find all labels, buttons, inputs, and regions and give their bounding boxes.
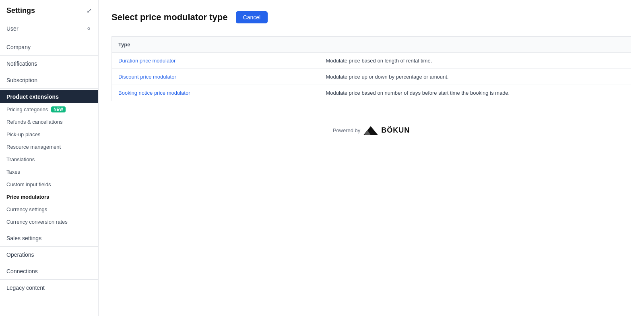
sidebar-item-taxes[interactable]: Taxes — [0, 166, 98, 178]
sidebar-item-custom-input-fields[interactable]: Custom input fields — [0, 178, 98, 191]
divider — [0, 279, 98, 280]
new-badge: NEW — [51, 106, 65, 112]
cancel-button[interactable]: Cancel — [236, 11, 268, 23]
modulator-type-cell: Discount price modulator — [112, 69, 320, 85]
divider — [0, 230, 98, 230]
divider — [0, 88, 98, 89]
main-content: Select price modulator type Cancel Type … — [99, 0, 644, 316]
sidebar-item-notifications[interactable]: Notifications — [0, 57, 98, 70]
pick-up-places-label: Pick-up places — [6, 131, 41, 137]
sidebar-item-user[interactable]: User ⚬ — [0, 20, 98, 37]
page-title: Select price modulator type — [111, 12, 228, 23]
column-header-description — [320, 37, 631, 53]
sidebar-item-connections[interactable]: Connections — [0, 265, 98, 278]
currency-settings-label: Currency settings — [6, 206, 47, 212]
product-extensions-label: Product extensions — [6, 94, 59, 100]
bokun-mountain-icon — [363, 126, 378, 136]
divider — [0, 72, 98, 72]
operations-label: Operations — [6, 252, 34, 258]
table-body: Duration price modulatorModulate price b… — [112, 53, 631, 101]
expand-icon[interactable]: ⤢ — [87, 7, 92, 15]
sidebar-header: Settings ⤢ — [0, 0, 98, 20]
table-row: Duration price modulatorModulate price b… — [112, 53, 631, 69]
modulator-type-link[interactable]: Discount price modulator — [118, 74, 176, 80]
translations-label: Translations — [6, 156, 35, 162]
table-row: Booking notice price modulatorModulate p… — [112, 85, 631, 101]
sidebar-item-price-modulators[interactable]: Price modulators — [0, 191, 98, 203]
modulator-description-cell: Modulate price based on length of rental… — [320, 53, 631, 69]
sidebar-item-subscription[interactable]: Subscription — [0, 74, 98, 87]
sidebar-item-currency-conversion-rates[interactable]: Currency conversion rates — [0, 216, 98, 228]
sidebar-item-pick-up-places[interactable]: Pick-up places — [0, 128, 98, 141]
column-header-type: Type — [112, 37, 320, 53]
connections-label: Connections — [6, 268, 38, 274]
sidebar-item-sales-settings[interactable]: Sales settings — [0, 232, 98, 245]
resource-management-label: Resource management — [6, 144, 61, 150]
modulator-type-cell: Booking notice price modulator — [112, 85, 320, 101]
sidebar-item-operations[interactable]: Operations — [0, 248, 98, 261]
divider — [0, 246, 98, 247]
divider — [0, 39, 98, 39]
user-icon: ⚬ — [86, 24, 92, 33]
table-header-row: Type — [112, 37, 631, 53]
pricing-categories-label: Pricing categories — [6, 106, 48, 112]
sidebar-item-company[interactable]: Company — [0, 41, 98, 54]
taxes-label: Taxes — [6, 169, 20, 175]
sidebar-item-currency-settings[interactable]: Currency settings — [0, 203, 98, 216]
table-row: Discount price modulatorModulate price u… — [112, 69, 631, 85]
custom-input-fields-label: Custom input fields — [6, 181, 51, 187]
sidebar-title: Settings — [6, 6, 35, 15]
divider — [0, 55, 98, 56]
modulator-description-cell: Modulate price up or down by percentage … — [320, 69, 631, 85]
refunds-cancellations-label: Refunds & cancellations — [6, 119, 62, 125]
powered-by-text: Powered by — [333, 127, 361, 133]
modulator-type-link[interactable]: Duration price modulator — [118, 58, 175, 64]
modulator-table: Type Duration price modulatorModulate pr… — [111, 36, 631, 101]
user-label: User — [6, 25, 19, 32]
sidebar-item-resource-management[interactable]: Resource management — [0, 141, 98, 153]
modulator-type-link[interactable]: Booking notice price modulator — [118, 90, 190, 96]
sidebar: Settings ⤢ User ⚬ Company Notifications … — [0, 0, 99, 316]
price-modulators-label: Price modulators — [6, 194, 49, 200]
sidebar-item-product-extensions[interactable]: Product extensions — [0, 90, 98, 103]
powered-by-footer: Powered by BÖKUN — [111, 125, 631, 135]
currency-conversion-rates-label: Currency conversion rates — [6, 219, 68, 225]
subscription-label: Subscription — [6, 77, 37, 83]
bokun-brand: BÖKUN — [381, 126, 410, 135]
sidebar-item-legacy-content[interactable]: Legacy content — [0, 281, 98, 294]
divider — [0, 263, 98, 263]
company-label: Company — [6, 44, 31, 50]
modulator-type-cell: Duration price modulator — [112, 53, 320, 69]
sales-settings-label: Sales settings — [6, 235, 41, 241]
modulator-description-cell: Modulate price based on number of days b… — [320, 85, 631, 101]
sidebar-item-pricing-categories[interactable]: Pricing categories NEW — [0, 103, 98, 116]
legacy-content-label: Legacy content — [6, 285, 45, 291]
sidebar-item-translations[interactable]: Translations — [0, 153, 98, 166]
sidebar-item-refunds-cancellations[interactable]: Refunds & cancellations — [0, 116, 98, 128]
notifications-label: Notifications — [6, 60, 37, 67]
page-header: Select price modulator type Cancel — [111, 11, 631, 23]
